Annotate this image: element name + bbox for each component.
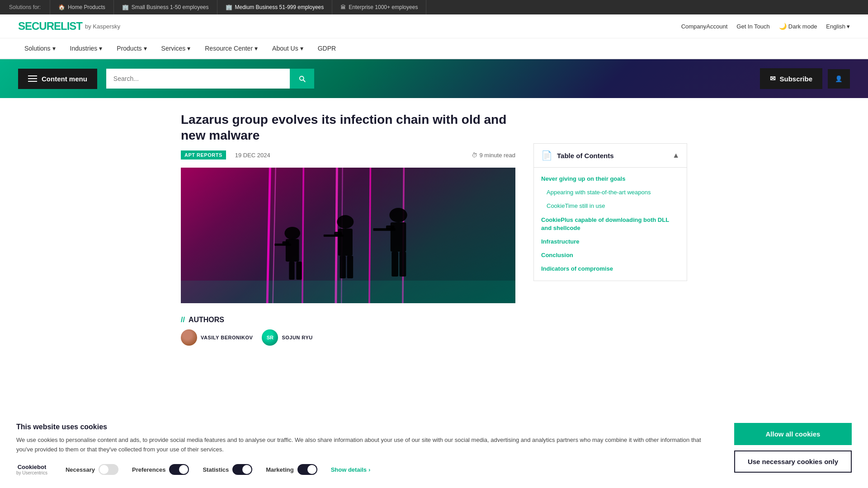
hero-band: Content menu ✉ Subscribe 👤 [0,59,868,98]
topbar-medium-business[interactable]: 🏢 Medium Business 51-999 employees [217,0,333,14]
authors-list: VASILY BERONIKOV SR SOJUN RYU [181,329,515,346]
search-icon [298,75,306,83]
toc-item-1[interactable]: Never giving up on their goals [534,172,687,186]
clock-icon: ⏱ [472,152,477,159]
article-title: Lazarus group evolves its infection chai… [181,112,515,143]
enterprise-icon: 🏛 [340,4,346,10]
article-hero-image [181,168,515,303]
authors-section: // AUTHORS VASILY BERONIKOV SR SOJUN RYU [181,316,515,346]
toc-item-5[interactable]: Infrastructure [534,235,687,249]
article-meta: APT REPORTS 19 DEC 2024 ⏱ 9 minute read [181,150,515,160]
logo-by: by Kaspersky [85,23,120,30]
chevron-down-icon: ▾ [187,45,190,52]
main-nav: Solutions ▾ Industries ▾ Products ▾ Serv… [0,38,868,59]
author-sojun-name: SOJUN RYU [282,335,312,340]
svg-rect-22 [392,252,398,277]
chevron-down-icon: ▾ [99,45,102,52]
company-account-link[interactable]: CompanyAccount [681,23,728,30]
logo[interactable]: SECURELIST by Kaspersky [18,20,120,33]
toc-chevron-icon: ▲ [672,151,679,160]
topbar-small-business[interactable]: 🏢 Small Business 1-50 employees [114,0,217,14]
main-content: Lazarus group evolves its infection chai… [163,98,705,368]
svg-point-13 [337,215,354,229]
toc-item-2[interactable]: Appearing with state-of-the-art weapons [534,186,687,199]
logo-text: SECURELIST [18,20,82,33]
toc-title: Table of Contents [557,152,614,160]
author-vasily-avatar [181,329,197,346]
chevron-down-icon: ▾ [847,23,850,30]
user-account-button[interactable]: 👤 [828,69,850,89]
svg-rect-24 [373,228,396,231]
home-icon: 🏠 [58,4,65,10]
dark-mode-toggle[interactable]: 🌙 Dark mode [779,23,817,30]
topbar-home[interactable]: 🏠 Home Products [50,0,114,14]
svg-point-19 [389,208,407,222]
toc-header[interactable]: 📄 Table of Contents ▲ [534,144,687,168]
nav-products[interactable]: Products ▾ [110,38,153,59]
toc-header-left: 📄 Table of Contents [541,150,614,161]
top-bar: Solutions for: 🏠 Home Products 🏢 Small B… [0,0,868,14]
svg-rect-25 [181,281,515,303]
subscribe-button[interactable]: ✉ Subscribe [760,68,822,89]
toc-item-7[interactable]: Indicators of compromise [534,262,687,276]
author-sojun[interactable]: SR SOJUN RYU [262,329,312,346]
article-body: Lazarus group evolves its infection chai… [181,112,515,355]
chevron-down-icon: ▾ [52,45,56,52]
hamburger-icon [28,75,37,82]
svg-rect-16 [340,256,346,278]
topbar-enterprise[interactable]: 🏛 Enterprise 1000+ employees [332,0,426,14]
user-icon: 👤 [835,75,843,82]
email-icon: ✉ [770,75,776,83]
neon-lines-decoration [181,168,515,303]
svg-rect-23 [399,252,406,277]
language-selector[interactable]: English ▾ [826,23,850,30]
moon-icon: 🌙 [779,23,787,30]
small-business-icon: 🏢 [122,4,129,10]
nav-gdpr[interactable]: GDPR [311,38,342,59]
svg-rect-17 [347,256,354,278]
content-menu-button[interactable]: Content menu [18,69,97,89]
hero-right: ✉ Subscribe 👤 [760,68,850,89]
decorative-slash: // [181,316,185,324]
get-in-touch-link[interactable]: Get In Touch [736,23,769,30]
author-sojun-avatar: SR [262,329,278,346]
table-of-contents: 📄 Table of Contents ▲ Never giving up on… [533,143,687,281]
read-time: ⏱ 9 minute read [472,152,516,159]
nav-services[interactable]: Services ▾ [155,38,197,59]
medium-business-icon: 🏢 [226,4,232,10]
article-date: 19 DEC 2024 [235,152,270,159]
nav-solutions[interactable]: Solutions ▾ [18,38,62,59]
chevron-down-icon: ▾ [255,45,258,52]
header: SECURELIST by Kaspersky CompanyAccount G… [0,14,868,38]
svg-rect-12 [274,244,291,246]
toc-item-6[interactable]: Conclusion [534,249,687,262]
svg-point-7 [284,227,300,239]
author-vasily-name: VASILY BERONIKOV [201,335,253,340]
solutions-label: Solutions for: [9,4,41,10]
author-vasily[interactable]: VASILY BERONIKOV [181,329,253,346]
search-button[interactable] [290,69,314,89]
toc-doc-icon: 📄 [541,150,552,161]
svg-rect-11 [296,262,302,280]
search-container [106,69,314,89]
svg-rect-10 [289,262,294,280]
nav-resource-center[interactable]: Resource Center ▾ [198,38,264,59]
nav-about-us[interactable]: About Us ▾ [266,38,310,59]
header-nav: CompanyAccount Get In Touch 🌙 Dark mode … [681,23,850,30]
search-input[interactable] [106,69,290,89]
apt-badge[interactable]: APT REPORTS [181,150,226,160]
chevron-down-icon: ▾ [300,45,303,52]
authors-heading: // AUTHORS [181,316,515,324]
toc-item-3[interactable]: CookieTime still in use [534,199,687,213]
nav-industries[interactable]: Industries ▾ [64,38,109,59]
svg-rect-18 [324,235,344,237]
toc-item-4[interactable]: CookiePlus capable of downloading both D… [534,213,687,235]
chevron-down-icon: ▾ [144,45,147,52]
toc-list: Never giving up on their goals Appearing… [534,168,687,281]
